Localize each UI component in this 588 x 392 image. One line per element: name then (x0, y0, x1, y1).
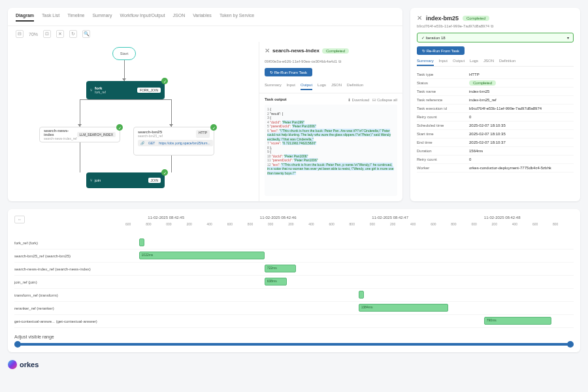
task-output-pane: ✕ search-news-index Completed 09f00e3a-e… (259, 42, 402, 201)
timeline-rows: fork_ref (fork)search-bm25_ref (search-b… (14, 237, 574, 328)
tptab-json[interactable]: JSON (331, 83, 342, 90)
tptab-def[interactable]: Definition (347, 83, 363, 90)
status-badge: Completed (463, 16, 489, 21)
http-url[interactable]: 🔗GEThttps://obs.yortg.space/bm25/turn... (138, 140, 213, 146)
logo-icon (8, 360, 17, 369)
copy-icon[interactable]: ⧉ (338, 59, 341, 63)
detail-row: Scheduled time2025-02-07 18:10:35 (417, 122, 574, 130)
tptab-logs[interactable]: Logs (318, 83, 326, 90)
detail-row: Retry count0 (417, 155, 574, 164)
detail-rows: Task typeHTTPStatusCompletedTask nameind… (417, 71, 574, 172)
expand-icon[interactable]: ↔ (14, 216, 25, 223)
detail-row: Task typeHTTP (417, 71, 574, 79)
node-fork[interactable]: ⑂forkfork_ref FORK_JOIN ✓ (86, 81, 165, 99)
timeline-row: fork_ref (fork) (14, 237, 574, 250)
detail-row: StatusCompleted (417, 79, 574, 88)
json-output[interactable]: 1 {2 "result": [3 {4 "docId": "Peter Pan… (265, 105, 397, 196)
task-id: 09f00e3a-e626-11ef-90ea-ce304bb4a4d1 ⧉ (259, 59, 402, 64)
task-title: search-news-index (272, 48, 319, 54)
collapse-icon[interactable]: ⊟ (16, 30, 24, 38)
dttab-json[interactable]: JSON (483, 59, 494, 66)
detail-row: Task referenceindex-bm25_ref (417, 96, 574, 105)
copy-icon[interactable]: ⧉ (491, 24, 493, 28)
node-join[interactable]: ⑂join JOIN ✓ (86, 172, 165, 188)
node-search-news[interactable]: search-news-indexsearch-news-index_ref L… (39, 127, 120, 142)
timeline-row: join_ref (join)638ms (14, 276, 574, 289)
iteration-select[interactable]: ✓ Iteration 18 ▾ (417, 33, 574, 42)
tptab-input[interactable]: Input (287, 83, 295, 90)
rerun-button[interactable]: ↻ Re-Run From Task (265, 68, 312, 76)
detail-row: End time2025-02-07 18:10:37 (417, 139, 574, 147)
timeline-row: search-news-index_ref (search-news-index… (14, 263, 574, 276)
tab-token[interactable]: Token by Service (220, 13, 254, 22)
timeline-axis: 11-02-2025 08:42:4511-02-2025 08:42:4611… (125, 216, 574, 223)
timeline-row: reranker_ref (reranker)1384ms (14, 302, 574, 315)
download-button[interactable]: ⬇ Download (348, 98, 369, 102)
tab-variables[interactable]: Variables (193, 13, 212, 22)
status-badge: Completed (322, 48, 349, 54)
dttab-input[interactable]: Input (439, 59, 448, 66)
diagram-panel: Diagram Task List Timeline Summary Workf… (8, 8, 402, 201)
refresh-icon[interactable]: ↻ (69, 30, 77, 38)
detail-id: b9cd764f-e53b-11ef-999e-7ad97d8a8974 ⧉ (417, 24, 574, 29)
link-icon: 🔗 (140, 141, 144, 145)
detail-row: Start time2025-02-07 18:10:35 (417, 130, 574, 139)
detail-row: Task nameindex-bm25 (417, 88, 574, 96)
detail-title: index-bm25 (426, 15, 459, 22)
zoom-level[interactable]: 70% (29, 32, 38, 37)
detail-row: Retry count0 (417, 113, 574, 122)
timeline-row: search-bm25_ref (search-bm25)1022ms (14, 250, 574, 263)
detail-row: Task execution idb9cd764f-e53b-11ef-999e… (417, 105, 574, 113)
fork-badge: FORK_JOIN (137, 88, 161, 93)
join-icon: ⑂ (90, 178, 93, 182)
slider-handle-right[interactable] (567, 341, 574, 348)
main-tabs: Diagram Task List Timeline Summary Workf… (8, 8, 402, 26)
check-icon: ✓ (161, 169, 168, 176)
check-icon: ✓ (116, 124, 123, 131)
rerun-button[interactable]: ↻ Re-Run From Task (417, 46, 465, 55)
close-icon[interactable]: ✕ (417, 14, 422, 22)
task-tabs: Summary Input Output Logs JSON Definitio… (259, 80, 402, 93)
http-badge: HTTP (196, 130, 210, 138)
tab-json[interactable]: JSON (173, 13, 186, 22)
diagram-toolbar: ⊟ 70% ⊡ ✕ ↻ 🔍 (8, 26, 402, 42)
detail-row: Workerorkes-conductor-deployment-7775db4… (417, 164, 574, 172)
tab-timeline[interactable]: Timeline (67, 13, 84, 22)
dttab-def[interactable]: Definition (499, 59, 515, 66)
close-icon[interactable]: ✕ (56, 30, 64, 38)
dttab-summary[interactable]: Summary (417, 59, 434, 66)
tab-wfio[interactable]: Workflow Input/Output (120, 13, 165, 22)
detail-row: Duration1564ms (417, 147, 574, 155)
workflow-canvas[interactable]: Start ⑂forkfork_ref FORK_JOIN ✓ search-n… (8, 42, 259, 201)
tab-diagram[interactable]: Diagram (16, 13, 34, 22)
fit-icon[interactable]: ⊡ (43, 30, 51, 38)
timeline-row: get-contextual-answe... (get-contextual-… (14, 315, 574, 328)
check-icon: ✓ (161, 78, 168, 84)
timeline-panel: ↔ 11-02-2025 08:42:4511-02-2025 08:42:46… (8, 209, 580, 352)
dttab-logs[interactable]: Logs (470, 59, 478, 66)
dttab-output[interactable]: Output (453, 59, 465, 66)
close-icon[interactable]: ✕ (265, 47, 270, 54)
output-section-title: Task output (265, 97, 287, 102)
range-slider[interactable] (14, 343, 574, 346)
tab-summary[interactable]: Summary (92, 13, 112, 22)
detail-tabs: Summary Input Output Logs JSON Definitio… (417, 59, 574, 67)
collapse-button[interactable]: ⊟ Collapse all (372, 98, 397, 102)
tptab-summary[interactable]: Summary (265, 83, 282, 90)
node-start[interactable]: Start (112, 47, 136, 60)
node-search-bm25[interactable]: search-bm25search-bm25_refHTTP 🔗GEThttps… (133, 127, 214, 155)
fork-icon: ⑂ (90, 88, 93, 92)
llm-badge: LLM_SEARCH_INDEX (77, 132, 116, 137)
slider-label: Adjust visible range (14, 335, 574, 339)
slider-handle-left[interactable] (14, 341, 21, 348)
search-icon[interactable]: 🔍 (82, 30, 90, 38)
brand-logo: orkes (8, 360, 580, 369)
tptab-output[interactable]: Output (301, 83, 312, 90)
check-icon: ✓ (210, 124, 217, 131)
detail-panel: ✕ index-bm25 Completed b9cd764f-e53b-11e… (410, 8, 580, 201)
tab-tasklist[interactable]: Task List (42, 13, 59, 22)
timeline-row: transform_ref (transform) (14, 289, 574, 302)
